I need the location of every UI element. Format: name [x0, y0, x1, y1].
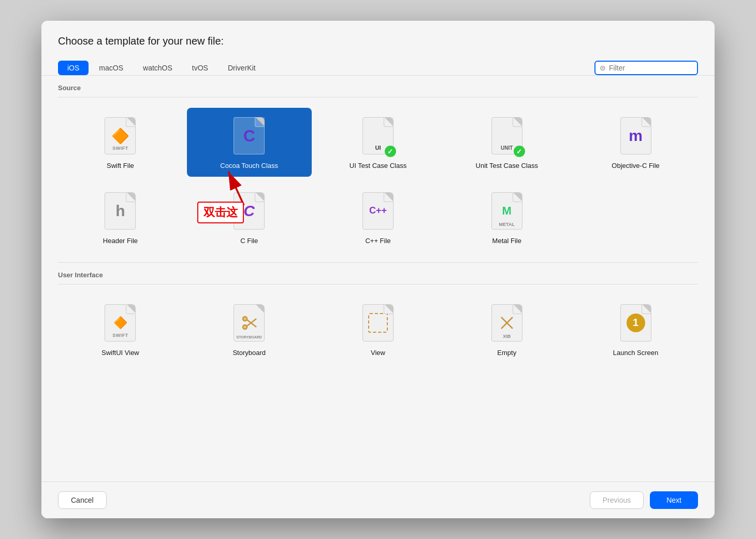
- template-item-swiftui[interactable]: 🔶 SWIFT SwiftUI View: [58, 295, 183, 364]
- source-items-grid: 🔶 SWIFT Swift File C Cocoa Touch Class: [58, 102, 698, 262]
- template-item-ui-test[interactable]: UI ✓ UI Test Case Class: [316, 108, 441, 177]
- template-item-view[interactable]: View: [316, 295, 441, 364]
- empty-label: Empty: [497, 349, 516, 358]
- svg-line-5: [247, 319, 256, 326]
- dialog-title: Choose a template for your new file:: [58, 35, 698, 47]
- header-icon: h: [101, 189, 139, 233]
- cocoa-touch-label: Cocoa Touch Class: [220, 162, 278, 171]
- c-file-label: C File: [240, 237, 258, 246]
- header-label: Header File: [103, 237, 138, 246]
- previous-button[interactable]: Previous: [590, 491, 644, 509]
- tab-driverkit[interactable]: DriverKit: [219, 61, 265, 75]
- tab-macos[interactable]: macOS: [90, 61, 133, 75]
- metal-label: Metal File: [492, 237, 521, 246]
- template-item-storyboard[interactable]: STORYBOARD Storyboard: [187, 295, 312, 364]
- ui-items-grid: 🔶 SWIFT SwiftUI View: [58, 289, 698, 374]
- section-ui-label: User Interface: [58, 263, 698, 285]
- swift-file-label: Swift File: [107, 162, 134, 171]
- launch-screen-label: Launch Screen: [613, 349, 658, 358]
- cpp-label: C++ File: [365, 237, 390, 246]
- ui-test-badge: ✓: [385, 146, 396, 157]
- template-item-swift-file[interactable]: 🔶 SWIFT Swift File: [58, 108, 183, 177]
- tabs-row: iOS macOS watchOS tvOS DriverKit ⊜: [41, 55, 715, 76]
- template-item-unit-test[interactable]: UNIT ✓ Unit Test Case Class: [444, 108, 569, 177]
- footer-right: Previous Next: [590, 491, 698, 509]
- unit-test-icon: UNIT ✓: [488, 114, 526, 158]
- template-item-cocoa-touch[interactable]: C Cocoa Touch Class 双击这: [187, 108, 312, 177]
- storyboard-icon: STORYBOARD: [230, 301, 268, 345]
- svg-point-2: [243, 317, 247, 321]
- annotation-chinese: 双击这: [197, 202, 244, 223]
- next-button[interactable]: Next: [650, 491, 698, 509]
- dialog-footer: Cancel Previous Next: [41, 481, 715, 518]
- unit-test-label: Unit Test Case Class: [476, 162, 538, 171]
- launch-screen-icon: 1: [617, 301, 655, 345]
- storyboard-label: Storyboard: [232, 349, 266, 358]
- template-item-metal[interactable]: M METAL Metal File: [444, 183, 569, 252]
- swift-symbol: 🔶: [111, 127, 129, 145]
- ui-test-label: UI Test Case Class: [350, 162, 406, 171]
- cocoa-symbol: C: [243, 126, 255, 146]
- tab-watchos[interactable]: watchOS: [134, 61, 182, 75]
- template-item-empty[interactable]: XIB Empty: [444, 295, 569, 364]
- swiftui-label: SwiftUI View: [101, 349, 139, 358]
- objc-label: Objective-C File: [612, 162, 659, 171]
- cocoa-touch-icon: C: [230, 114, 268, 158]
- swift-file-icon: 🔶 SWIFT: [101, 114, 139, 158]
- unit-test-badge: ✓: [514, 146, 525, 157]
- filter-icon: ⊜: [600, 64, 606, 72]
- template-item-cpp[interactable]: C++ C++ File: [316, 183, 441, 252]
- template-item-header[interactable]: h Header File: [58, 183, 183, 252]
- xib-icon: XIB: [488, 301, 526, 345]
- tab-tvos[interactable]: tvOS: [183, 61, 217, 75]
- metal-icon: M METAL: [488, 189, 526, 233]
- template-dialog: Choose a template for your new file: iOS…: [41, 21, 715, 518]
- swiftui-icon: 🔶 SWIFT: [101, 301, 139, 345]
- platform-tabs: iOS macOS watchOS tvOS DriverKit: [58, 61, 594, 75]
- tab-ios[interactable]: iOS: [58, 61, 89, 75]
- view-label: View: [371, 349, 385, 358]
- svg-point-3: [243, 325, 247, 329]
- content-area: Source 🔶 SWIFT Swift File C: [41, 76, 715, 481]
- template-item-launch[interactable]: 1 Launch Screen: [573, 295, 698, 364]
- section-source-label: Source: [58, 76, 698, 97]
- view-icon: [359, 301, 397, 345]
- filter-wrap: ⊜: [594, 61, 698, 75]
- svg-line-4: [247, 320, 256, 327]
- ui-test-icon: UI ✓: [359, 114, 397, 158]
- cpp-icon: C++: [359, 189, 397, 233]
- cancel-button[interactable]: Cancel: [58, 491, 107, 509]
- dialog-header: Choose a template for your new file:: [41, 21, 715, 55]
- template-item-objc[interactable]: m Objective-C File: [573, 108, 698, 177]
- filter-input[interactable]: [609, 64, 692, 72]
- objc-icon: m: [617, 114, 655, 158]
